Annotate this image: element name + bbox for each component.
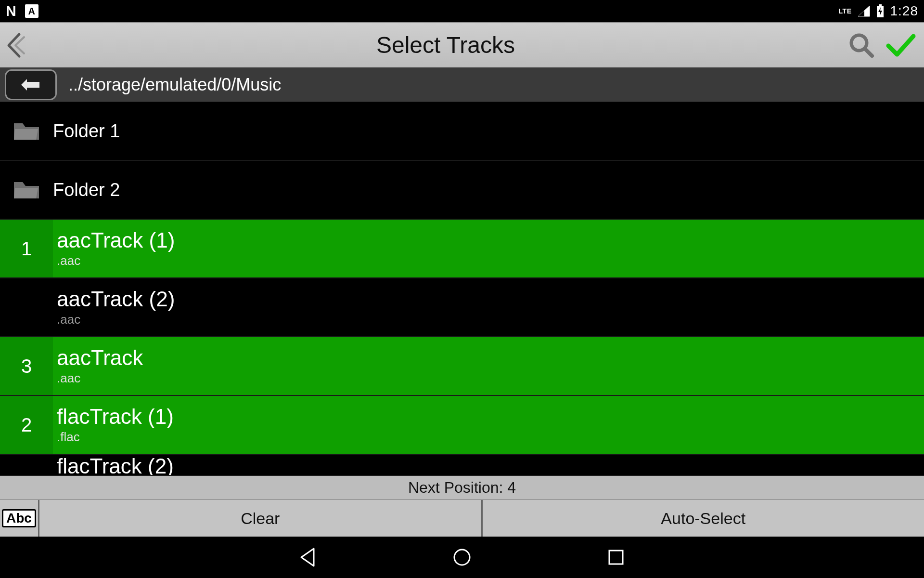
track-body: aacTrack.aac bbox=[53, 337, 924, 395]
track-row[interactable]: flacTrack (2).flac bbox=[0, 455, 924, 476]
track-number: 3 bbox=[0, 337, 53, 395]
track-name: flacTrack (1) bbox=[57, 405, 924, 428]
track-number: 1 bbox=[0, 220, 53, 277]
track-name: flacTrack (2) bbox=[57, 455, 924, 476]
folder-label: Folder 2 bbox=[53, 180, 120, 200]
path-bar: ../storage/emulated/0/Music bbox=[0, 67, 924, 102]
auto-select-button[interactable]: Auto-Select bbox=[481, 500, 924, 537]
track-extension: .aac bbox=[57, 371, 924, 386]
track-body: flacTrack (2).flac bbox=[53, 455, 924, 476]
app-a-icon: A bbox=[25, 4, 38, 18]
abc-icon: Abc bbox=[2, 509, 36, 527]
nav-back-button[interactable] bbox=[294, 543, 322, 572]
folder-row[interactable]: Folder 1 bbox=[0, 102, 924, 161]
nav-recent-button[interactable] bbox=[602, 543, 630, 572]
track-row[interactable]: 3aacTrack.aac bbox=[0, 337, 924, 396]
track-row[interactable]: aacTrack (2).aac bbox=[0, 278, 924, 337]
next-position-label: Next Position: 4 bbox=[0, 476, 924, 500]
up-directory-button[interactable] bbox=[5, 69, 57, 100]
track-extension: .aac bbox=[57, 253, 924, 268]
clear-button[interactable]: Clear bbox=[39, 500, 481, 537]
bottom-button-bar: Abc Clear Auto-Select bbox=[0, 500, 924, 537]
current-path: ../storage/emulated/0/Music bbox=[68, 75, 281, 95]
track-extension: .flac bbox=[57, 430, 924, 445]
svg-rect-1 bbox=[879, 4, 882, 6]
folder-icon bbox=[0, 179, 53, 200]
folder-label: Folder 1 bbox=[53, 121, 120, 142]
abc-sort-button[interactable]: Abc bbox=[0, 500, 39, 537]
track-row[interactable]: 2flacTrack (1).flac bbox=[0, 396, 924, 455]
track-name: aacTrack (1) bbox=[57, 229, 924, 252]
search-icon[interactable] bbox=[848, 32, 875, 59]
folder-icon bbox=[0, 120, 53, 142]
app-bar: Select Tracks bbox=[0, 22, 924, 67]
nav-home-button[interactable] bbox=[448, 543, 476, 572]
svg-point-4 bbox=[454, 550, 470, 565]
track-number: 2 bbox=[0, 396, 53, 454]
svg-line-3 bbox=[865, 49, 872, 56]
track-body: flacTrack (1).flac bbox=[53, 396, 924, 454]
status-bar: N A LTE 1:28 bbox=[0, 0, 924, 22]
page-title: Select Tracks bbox=[43, 32, 848, 58]
back-icon[interactable] bbox=[5, 31, 27, 59]
track-name: aacTrack (2) bbox=[57, 288, 924, 311]
confirm-check-icon[interactable] bbox=[886, 32, 916, 58]
signal-icon bbox=[858, 5, 870, 17]
track-body: aacTrack (1).aac bbox=[53, 220, 924, 277]
battery-charging-icon bbox=[876, 4, 885, 18]
android-n-icon: N bbox=[6, 3, 16, 19]
android-nav-bar bbox=[0, 537, 924, 578]
clock: 1:28 bbox=[890, 3, 919, 19]
track-row[interactable]: 1aacTrack (1).aac bbox=[0, 220, 924, 278]
svg-rect-5 bbox=[609, 551, 623, 564]
track-name: aacTrack bbox=[57, 346, 924, 369]
track-body: aacTrack (2).aac bbox=[53, 278, 924, 336]
folder-row[interactable]: Folder 2 bbox=[0, 161, 924, 220]
track-number bbox=[0, 278, 53, 336]
lte-indicator: LTE bbox=[839, 7, 852, 15]
track-extension: .aac bbox=[57, 312, 924, 327]
file-list[interactable]: Folder 1Folder 21aacTrack (1).aacaacTrac… bbox=[0, 102, 924, 476]
